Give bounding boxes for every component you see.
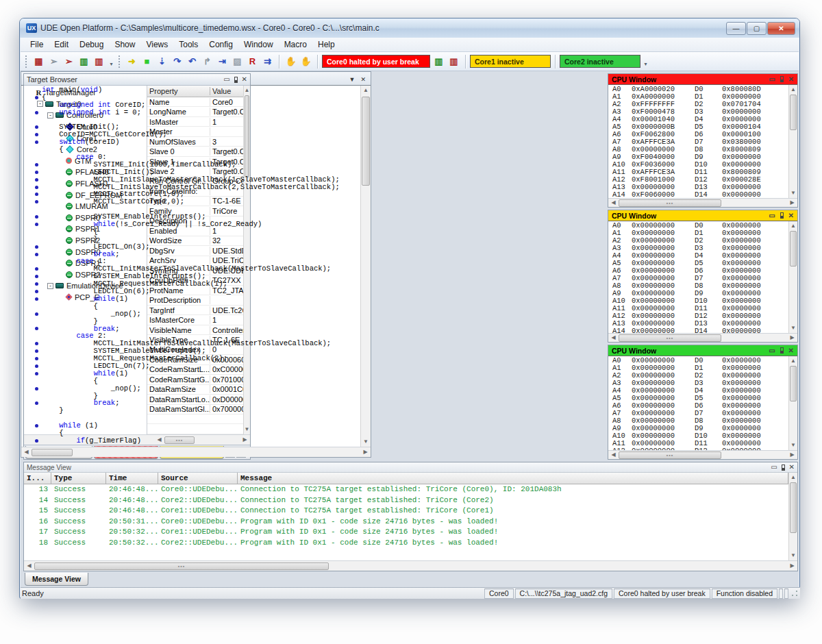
register-row[interactable]: A40x00000000D40x0000000	[608, 387, 788, 395]
editor-tab-dropdown-icon[interactable]: ▼	[349, 76, 356, 83]
menu-window[interactable]: Window	[238, 38, 279, 51]
register-row[interactable]: A30xF0000478D30x0000000	[608, 108, 788, 116]
float-icon[interactable]: ▭	[223, 76, 229, 83]
step-into-icon[interactable]: ⇣	[155, 54, 169, 69]
register-row[interactable]: A20xFFFFFFFFD20x0701704	[608, 101, 788, 108]
register-row[interactable]: A140xF0060000D140x0000000	[608, 191, 788, 198]
workspace-icon[interactable]: ▦	[32, 54, 46, 69]
close-icon[interactable]: ✕	[788, 76, 794, 83]
toolbar-grip[interactable]	[25, 55, 28, 68]
register-row[interactable]: A00x00000000D00x0000000	[608, 222, 788, 230]
register-row[interactable]: A60xF0062800D60x0000100	[608, 131, 788, 138]
register-row[interactable]: A40x00000000D40x0000000	[608, 252, 788, 260]
pin-icon[interactable]	[234, 77, 238, 83]
register-row[interactable]: A100x00000000D100x0000000	[608, 297, 788, 305]
message-table-header[interactable]: I...TypeTimeSourceMessage	[24, 473, 788, 484]
register-grid[interactable]: A00x00000000D00x0000000A10x00000000D10x0…	[608, 356, 788, 450]
pin-icon[interactable]	[780, 212, 784, 219]
editor-tab-close-icon[interactable]: ✕	[360, 76, 366, 83]
register-row[interactable]: A130x00000000D130x0000000	[608, 184, 788, 191]
register-row[interactable]: A20x00000000D20x0000000	[608, 237, 788, 245]
maximize-button[interactable]: ▢	[747, 22, 767, 35]
run-to-cursor-icon[interactable]: ⇥	[215, 54, 229, 69]
register-row[interactable]: A60x00000000D60x0000000	[608, 267, 788, 275]
register-row[interactable]: A00xA0000020D00x800080D	[608, 86, 788, 93]
register-grid[interactable]: A00x00000000D00x0000000A10x00000000D10x0…	[608, 221, 788, 333]
menu-config[interactable]: Config	[203, 38, 238, 51]
cpu-window-vscrollbar[interactable]: ▲▼	[788, 356, 797, 450]
cpu-window-hscrollbar[interactable]: ◀▪▪▪▶	[608, 333, 797, 342]
float-icon[interactable]: ▭	[769, 347, 775, 354]
register-row[interactable]: A120xF8001000D120x000028E	[608, 176, 788, 184]
register-row[interactable]: A10xA0000000D10x0000000	[608, 93, 788, 101]
restart-icon[interactable]: R	[245, 54, 260, 69]
cpu-window-vscrollbar[interactable]: ▲▼	[788, 85, 797, 198]
message-row[interactable]: 13Success20:46:48...Core0::UDEDebu...Con…	[24, 484, 788, 495]
flash-error-icon[interactable]: ▥	[447, 54, 461, 69]
pin-icon[interactable]	[780, 76, 784, 82]
title-bar[interactable]: UX UDE Open Platform - C:\Samples\multic…	[20, 18, 799, 38]
menu-views[interactable]: Views	[140, 38, 173, 51]
cpu-window-header[interactable]: CPU Window▭✕	[608, 74, 797, 85]
hand-icon[interactable]: ✋	[299, 54, 313, 69]
register-row[interactable]: A50x0000000BD50x0000104	[608, 123, 788, 131]
register-row[interactable]: A00x00000000D00x0000000	[608, 357, 788, 364]
register-row[interactable]: A30x00000000D30x0000000	[608, 245, 788, 252]
float-icon[interactable]: ▭	[769, 212, 775, 219]
target-browser-header[interactable]: Target Browser ▭ ✕	[24, 74, 250, 86]
register-row[interactable]: A120x00000000D120x0000000	[608, 312, 788, 320]
register-row[interactable]: A110x00000000D110x0000000	[608, 440, 788, 447]
flash-program-icon[interactable]: ▥	[432, 54, 446, 69]
step-out-icon[interactable]: ↶	[185, 54, 199, 69]
register-row[interactable]: A110xAFFFCE3AD110x8000809	[608, 169, 788, 176]
hand-edit-icon[interactable]: ✋	[284, 54, 298, 69]
menu-debug[interactable]: Debug	[74, 38, 109, 51]
message-view-hscrollbar[interactable]: ◀▪▪▪▶	[24, 560, 797, 571]
register-row[interactable]: A130x00000000D130x0000000	[608, 320, 788, 327]
register-row[interactable]: A60x00000000D60x0000000	[608, 402, 788, 410]
float-icon[interactable]: ▭	[769, 76, 775, 83]
menu-tools[interactable]: Tools	[173, 38, 203, 51]
menu-file[interactable]: File	[25, 38, 49, 51]
register-grid[interactable]: A00xA0000020D00x800080DA10xA0000000D10x0…	[608, 85, 788, 198]
menu-macro[interactable]: Macro	[279, 38, 312, 51]
disconnect-target-icon[interactable]: ▥	[92, 54, 106, 69]
close-icon[interactable]: ✕	[242, 76, 247, 83]
register-row[interactable]: A90x00000000D90x0000000	[608, 425, 788, 432]
step-return-icon[interactable]: ↱	[200, 54, 214, 69]
connect-target-icon[interactable]: ▥	[77, 54, 91, 69]
cursor-stop-icon[interactable]: ➢	[62, 54, 76, 69]
message-row[interactable]: 17Success20:50:32...Core1::UDEDebu...Pro…	[24, 527, 788, 538]
register-row[interactable]: A100xF0036000D100x0000000	[608, 161, 788, 169]
message-row[interactable]: 15Success20:46:48...Core1::UDEDebu...Con…	[24, 506, 788, 517]
register-row[interactable]: A90xF0040000D90x0000000	[608, 153, 788, 161]
toolbar-overflow-icon[interactable]: ▾	[642, 54, 649, 69]
register-row[interactable]: A50x00000000D50x0000000	[608, 260, 788, 267]
register-row[interactable]: A80x00000000D80x0000000	[608, 282, 788, 290]
close-icon[interactable]: ✕	[788, 347, 794, 354]
register-row[interactable]: A30x00000000D30x0000000	[608, 380, 788, 387]
register-row[interactable]: A20x00000000D20x0000000	[608, 372, 788, 380]
menu-edit[interactable]: Edit	[49, 38, 74, 51]
halt-icon[interactable]: ■	[140, 54, 154, 69]
register-row[interactable]: A90x00000000D90x0000000	[608, 290, 788, 297]
program-target-icon[interactable]: ⇉	[260, 54, 275, 69]
register-row[interactable]: A10x00000000D10x0000000	[608, 230, 788, 237]
register-row[interactable]: A70x00000000D70x0000000	[608, 410, 788, 417]
register-row[interactable]: A110x00000000D110x0000000	[608, 305, 788, 312]
register-row[interactable]: A100x00000000D100x0000000	[608, 432, 788, 440]
editor-hscrollbar[interactable]: ◀▶	[21, 447, 371, 457]
menu-help[interactable]: Help	[312, 38, 340, 51]
register-row[interactable]: A80x00000000D80x0000000	[608, 417, 788, 425]
toolbar-overflow-icon[interactable]: ▾	[108, 54, 115, 69]
cpu-window-header[interactable]: CPU Window▭✕	[608, 210, 797, 221]
minimize-button[interactable]: —	[726, 22, 746, 35]
editor-vscrollbar[interactable]: ▲ ▼	[360, 86, 371, 447]
tab-message-view[interactable]: Message View	[25, 573, 88, 586]
message-row[interactable]: 14Success20:46:48...Core2::UDEDebu...Con…	[24, 495, 788, 506]
register-row[interactable]: A50x00000000D50x0000000	[608, 395, 788, 402]
register-row[interactable]: A70xAFFFCE3AD70x0380000	[608, 138, 788, 146]
run-icon[interactable]: ➜	[125, 54, 139, 69]
breakpoint-disabled-icon[interactable]: ▨	[230, 54, 245, 69]
cpu-window-hscrollbar[interactable]: ◀▪▪▪▶	[608, 450, 797, 459]
